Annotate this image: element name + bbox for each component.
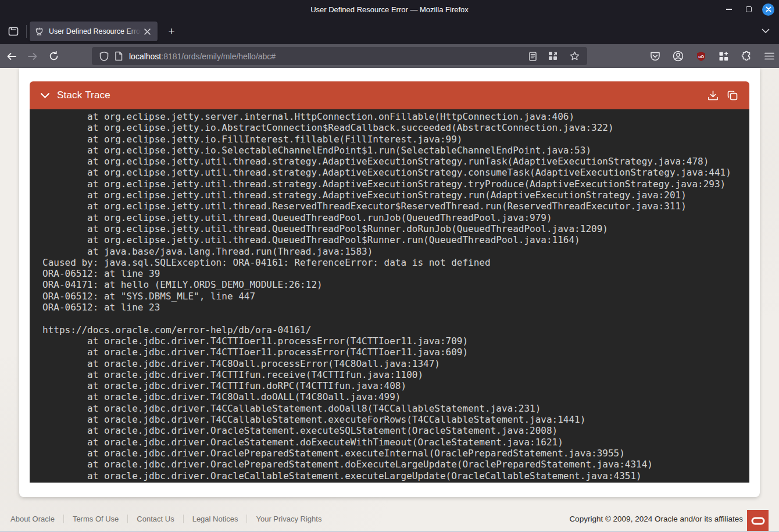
stack-trace-card: Stack Trace at org.eclipse.jetty.server.… xyxy=(19,68,760,497)
url-actions xyxy=(526,51,583,61)
firefox-view-icon xyxy=(8,26,19,37)
footer-link-contact-us[interactable]: Contact Us xyxy=(128,515,183,523)
window-controls xyxy=(723,0,774,19)
page-content: Stack Trace at org.eclipse.jetty.server.… xyxy=(0,68,779,532)
back-button[interactable] xyxy=(2,48,21,65)
copy-icon[interactable] xyxy=(727,90,739,102)
forward-icon xyxy=(27,52,38,60)
tab-close-icon xyxy=(144,28,151,35)
oracle-logo-badge[interactable] xyxy=(747,510,769,532)
maximize-button[interactable] xyxy=(742,3,755,16)
footer-link-legal-notices[interactable]: Legal Notices xyxy=(184,515,248,523)
url-path: :8181/ords/emily/mle/hello/abc# xyxy=(161,52,276,61)
collapse-chevron-icon[interactable] xyxy=(40,92,50,99)
close-icon xyxy=(766,6,771,12)
stack-trace-body[interactable]: at org.eclipse.jetty.server.internal.Htt… xyxy=(30,109,749,483)
stack-trace-actions xyxy=(707,90,739,102)
window-title: User Defined Resource Error — Mozilla Fi… xyxy=(310,5,469,14)
back-icon xyxy=(6,52,17,60)
extensions-puzzle-icon[interactable] xyxy=(741,51,752,62)
account-icon[interactable] xyxy=(673,51,684,62)
chevron-down-icon xyxy=(762,28,770,34)
url-domain: localhost xyxy=(129,52,161,61)
tracking-protection-shield-icon[interactable] xyxy=(99,51,109,62)
tab-close-button[interactable] xyxy=(141,26,153,37)
footer-link-privacy-rights[interactable]: Your Privacy Rights xyxy=(247,515,330,523)
ublock-origin-icon[interactable]: uO xyxy=(696,51,706,62)
forward-button[interactable] xyxy=(23,48,42,65)
active-tab[interactable]: User Defined Resource Error xyxy=(30,22,158,41)
url-input[interactable]: localhost:8181/ords/emily/mle/hello/abc# xyxy=(129,52,526,61)
close-button[interactable] xyxy=(762,3,774,16)
site-info-page-icon[interactable] xyxy=(115,51,123,61)
tab-bar: User Defined Resource Error + xyxy=(0,19,779,44)
reload-button[interactable] xyxy=(44,48,63,65)
tab-favicon-ords-icon xyxy=(34,27,44,37)
list-all-tabs-button[interactable] xyxy=(757,22,774,40)
plus-icon: + xyxy=(168,25,174,38)
svg-text:uO: uO xyxy=(698,54,704,58)
pocket-icon[interactable] xyxy=(650,51,660,62)
minimize-icon xyxy=(726,9,732,10)
footer-link-terms-of-use[interactable]: Terms Of Use xyxy=(64,515,128,523)
footer-links: About Oracle Terms Of Use Contact Us Leg… xyxy=(10,515,330,523)
copyright-text: Copyright © 2009, 2024 Oracle and/or its… xyxy=(569,515,743,523)
screenshot-regions-icon[interactable] xyxy=(548,51,558,61)
navigation-toolbar: localhost:8181/ords/emily/mle/hello/abc# xyxy=(0,44,779,68)
extension-grid-plus-icon[interactable] xyxy=(719,51,729,62)
toolbar-right-icons: uO xyxy=(650,47,774,65)
download-icon[interactable] xyxy=(707,90,719,102)
browser-window: User Defined Resource Error — Mozilla Fi… xyxy=(0,0,779,532)
tab-title-fade xyxy=(126,27,141,35)
reader-view-icon[interactable] xyxy=(529,52,537,61)
minimize-button[interactable] xyxy=(723,3,735,16)
maximize-icon xyxy=(746,6,752,12)
new-tab-button[interactable]: + xyxy=(162,22,181,41)
oracle-o-icon xyxy=(751,517,765,525)
reload-icon xyxy=(49,51,59,61)
bookmark-star-icon[interactable] xyxy=(570,51,580,61)
url-bar[interactable]: localhost:8181/ords/emily/mle/hello/abc# xyxy=(92,47,587,65)
stack-trace-header[interactable]: Stack Trace xyxy=(30,81,749,109)
window-titlebar: User Defined Resource Error — Mozilla Fi… xyxy=(0,0,779,19)
stack-trace-title: Stack Trace xyxy=(57,90,110,101)
menu-hamburger-icon[interactable] xyxy=(764,52,774,60)
stack-trace-text: at org.eclipse.jetty.server.internal.Htt… xyxy=(30,109,749,483)
tab-separator xyxy=(26,25,27,38)
footer-link-about-oracle[interactable]: About Oracle xyxy=(10,515,64,523)
tab-title-wrap: User Defined Resource Error xyxy=(49,27,141,35)
firefox-view-button[interactable] xyxy=(3,22,23,41)
